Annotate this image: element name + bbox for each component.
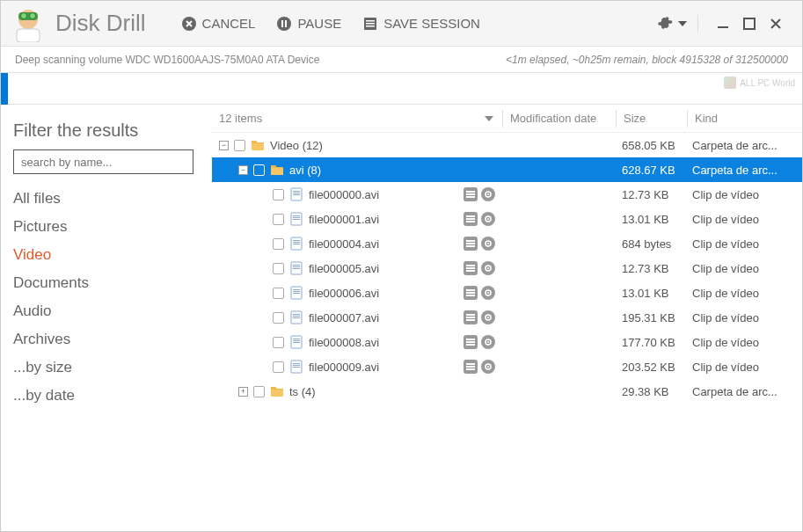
row-checkbox[interactable] [253,164,265,176]
preview-action-icon[interactable] [481,335,495,349]
svg-rect-70 [293,339,300,339]
folder-row[interactable]: +ts (4)29.38 KBCarpeta de arc... [212,379,802,404]
save-session-button[interactable]: SAVE SESSION [362,16,480,32]
file-row[interactable]: file000006.avi13.01 KBClip de vídeo [212,281,802,305]
gear-dropdown-icon[interactable] [678,21,687,26]
row-kind: Clip de vídeo [685,213,802,226]
svg-point-23 [487,193,489,195]
svg-rect-46 [466,265,475,266]
list-action-icon[interactable] [464,237,478,251]
row-checkbox[interactable] [253,386,265,397]
row-kind: Carpeta de arc... [685,139,802,152]
collapse-icon[interactable]: − [238,165,248,175]
list-action-icon[interactable] [464,261,478,275]
maximize-button[interactable] [741,15,758,33]
minimize-button[interactable] [714,15,732,33]
svg-rect-82 [466,363,475,365]
filter-item-archives[interactable]: Archives [13,325,200,353]
file-row[interactable]: file000005.avi12.73 KBClip de vídeo [212,256,802,281]
row-size: 203.52 KB [615,361,685,374]
active-tab-marker [1,73,8,105]
file-row[interactable]: file000004.avi684 bytesClip de vídeo [212,231,802,256]
app-title: Disk Drill [55,10,146,37]
svg-rect-16 [293,191,300,192]
save-session-label: SAVE SESSION [383,16,480,31]
file-row[interactable]: file000001.avi13.01 KBClip de vídeo [212,207,802,231]
preview-action-icon[interactable] [481,360,495,374]
file-row[interactable]: file000009.avi203.52 KBClip de vídeo [212,354,802,379]
svg-rect-81 [293,367,300,368]
svg-rect-75 [466,344,475,346]
svg-rect-19 [466,191,475,193]
pause-icon [276,16,292,32]
row-name-label: file000007.avi [309,311,379,324]
row-checkbox[interactable] [273,288,284,299]
search-input[interactable] [13,149,193,174]
close-button[interactable] [767,15,785,33]
expand-icon[interactable]: + [238,387,248,397]
filter-item--by-date[interactable]: ...by date [13,382,200,410]
row-checkbox[interactable] [273,361,284,373]
svg-rect-18 [293,194,300,195]
file-row[interactable]: file000008.avi177.70 KBClip de vídeo [212,330,802,354]
folder-row[interactable]: −avi (8)628.67 KBCarpeta de arc... [212,157,802,182]
preview-action-icon[interactable] [481,187,495,201]
row-size: 684 bytes [615,237,685,251]
col-header-items[interactable]: 12 items [212,112,502,125]
svg-rect-44 [293,266,300,267]
preview-action-icon[interactable] [481,237,495,251]
col-header-size[interactable]: Size [617,112,687,125]
file-row[interactable]: file000007.avi195.31 KBClip de vídeo [212,305,802,330]
gear-icon[interactable] [655,15,673,33]
svg-rect-10 [366,20,375,22]
col-header-modification[interactable]: Modification date [503,112,616,125]
cancel-label: CANCEL [202,16,256,31]
cancel-button[interactable]: CANCEL [181,16,256,32]
filter-item--by-size[interactable]: ...by size [13,353,200,382]
preview-action-icon[interactable] [481,261,495,275]
row-checkbox[interactable] [273,263,284,274]
row-checkbox[interactable] [234,140,245,151]
svg-rect-26 [293,217,300,218]
filter-sidebar: Filter the results All filesPicturesVide… [1,105,212,532]
col-header-kind[interactable]: Kind [688,112,802,125]
svg-rect-52 [293,289,300,290]
collapse-icon[interactable]: − [219,141,229,150]
row-kind: Carpeta de arc... [685,164,802,177]
svg-rect-73 [466,339,475,340]
svg-rect-4 [17,29,40,42]
filter-item-video[interactable]: Video [13,241,200,269]
row-checkbox[interactable] [273,214,284,225]
row-kind: Clip de vídeo [685,361,802,374]
svg-rect-25 [293,215,300,216]
preview-action-icon[interactable] [481,212,495,226]
status-bar: Deep scanning volume WDC WD1600AAJS-75M0… [1,47,802,73]
svg-point-41 [487,243,489,244]
row-checkbox[interactable] [273,189,284,200]
file-row[interactable]: file000000.avi12.73 KBClip de vídeo [212,182,802,207]
row-checkbox[interactable] [273,312,284,324]
list-action-icon[interactable] [464,360,478,374]
list-action-icon[interactable] [464,335,478,349]
svg-rect-7 [281,20,283,27]
svg-rect-63 [293,317,300,318]
filter-item-pictures[interactable]: Pictures [13,213,200,241]
list-action-icon[interactable] [464,286,478,300]
header-actions: CANCEL PAUSE SAVE SESSION [181,16,480,32]
svg-rect-27 [293,219,300,220]
list-action-icon[interactable] [464,310,478,324]
svg-rect-54 [293,293,300,294]
svg-rect-80 [293,365,300,366]
filter-item-audio[interactable]: Audio [13,297,200,325]
folder-row[interactable]: −Video (12)658.05 KBCarpeta de arc... [212,133,802,157]
pause-button[interactable]: PAUSE [276,16,341,32]
filter-item-documents[interactable]: Documents [13,269,200,297]
filter-item-all-files[interactable]: All files [13,185,200,213]
preview-action-icon[interactable] [481,286,495,300]
list-action-icon[interactable] [464,187,478,201]
row-name-label: file000009.avi [309,361,379,374]
row-checkbox[interactable] [273,238,284,250]
list-action-icon[interactable] [464,212,478,226]
row-checkbox[interactable] [273,337,284,348]
preview-action-icon[interactable] [481,310,495,324]
